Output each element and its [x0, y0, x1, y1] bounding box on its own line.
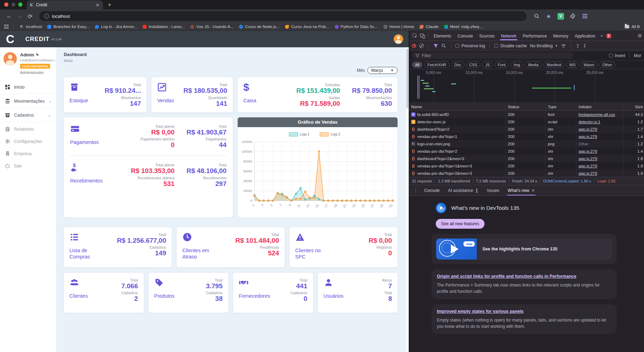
scrollbar[interactable] [406, 47, 409, 352]
more-tabs-icon[interactable]: » [599, 33, 604, 38]
edit-pencil-icon[interactable]: ✎ [36, 53, 39, 57]
initiator-link[interactable]: app.js:279 [578, 134, 597, 139]
type-filter-pill[interactable]: Media [525, 62, 542, 68]
back-button[interactable]: ← [5, 13, 13, 19]
type-filter-pill[interactable]: CSS [466, 62, 481, 68]
bookmark-item[interactable]: Vue JS - Usando A... [188, 25, 236, 29]
preserve-log-checkbox[interactable] [455, 44, 459, 48]
highlights-card[interactable]: new See the highlights from Chrome 135 [432, 234, 617, 264]
network-request-row[interactable]: vendas-por-dia?loja=2 200 xhr app.js:279… [409, 147, 644, 155]
network-request-row[interactable]: detector-exec.js 200 script detector.js:… [409, 118, 644, 125]
search-network-icon[interactable] [441, 43, 446, 48]
header-avatar[interactable] [394, 34, 403, 44]
sidebar-item-relatorios[interactable]: Relatórios [0, 123, 10, 135]
initiator-link[interactable]: app.js:279 [578, 171, 597, 175]
clear-network-log-button[interactable] [419, 43, 424, 48]
bookmark-item[interactable]: Log in - Jira Anron... [92, 25, 140, 29]
type-filter-pill[interactable]: JS [482, 62, 493, 68]
import-har-icon[interactable]: ↥ [576, 43, 579, 48]
initiator-link[interactable]: Other [578, 142, 589, 146]
bookmark-item[interactable]: Claude [417, 25, 441, 29]
site-info-icon[interactable]: i [44, 14, 49, 19]
type-filter-pill[interactable]: Manifest [543, 62, 564, 68]
devtools-tab[interactable]: Sources [476, 32, 498, 40]
tab-close-icon[interactable]: ✕ [96, 2, 100, 8]
sidebar-item-movimentacoes[interactable]: Movimentações ⌄ [0, 95, 56, 107]
initiator-link[interactable]: fontawesome-all.css [578, 112, 615, 117]
network-filter-input[interactable]: Filter [412, 52, 573, 59]
network-request-row[interactable]: dashboard?loja=2&mes=3 200 xhr app.js:27… [409, 155, 644, 162]
extensions-puzzle-icon[interactable] [570, 13, 576, 19]
type-filter-pill[interactable]: All [412, 62, 422, 68]
minimize-window-button[interactable] [11, 2, 15, 7]
feature-link[interactable]: Improved empty states for various panels [437, 309, 523, 314]
devtools-tab[interactable]: Performance [520, 32, 550, 40]
disable-cache-checkbox[interactable] [494, 44, 498, 48]
forward-button[interactable]: → [15, 13, 24, 19]
month-select[interactable]: Março ▼ [367, 67, 398, 74]
url-bar[interactable]: i localhost [39, 11, 527, 21]
bookmark-item[interactable]: Python for Data Sc... [332, 25, 381, 29]
reload-button[interactable]: ⟳ [26, 13, 34, 20]
search-icon[interactable] [534, 13, 540, 19]
sidebar-item-inicio[interactable]: Início [0, 81, 56, 93]
type-filter-pill[interactable]: Wasm [581, 62, 598, 68]
type-filter-pill[interactable]: Fetch/XHR [424, 62, 449, 68]
network-request-row[interactable]: vendas-por-dia?loja=2&mes=3 200 xhr app.… [409, 170, 644, 177]
initiator-link[interactable]: app.js:279 [578, 149, 597, 153]
sidebar-item-cadastros[interactable]: Cadastros ⌄ [0, 109, 56, 121]
error-count-badge[interactable]: 1 [606, 34, 611, 38]
menu-icon[interactable] [582, 13, 588, 19]
vue-extension-icon[interactable]: V [557, 13, 564, 20]
devtools-settings-gear-icon[interactable]: ⚙ [637, 33, 642, 39]
network-conditions-icon[interactable] [561, 44, 566, 48]
bookmark-item[interactable]: localhost [17, 25, 45, 29]
table-header-row[interactable]: Name Status Type Initiator Size [409, 103, 644, 111]
drawer-tab-ai-assistance[interactable]: AI assistance [445, 185, 482, 195]
video-thumbnail[interactable]: new [436, 239, 477, 260]
type-filter-pill[interactable]: WS [566, 62, 579, 68]
initiator-link[interactable]: app.js:279 [578, 157, 597, 161]
drawer-tab-issues[interactable]: Issues [483, 185, 503, 195]
bookmark-item[interactable]: Curso de Node.js... [236, 25, 282, 29]
sidebar-item-sair[interactable]: Sair [0, 160, 10, 172]
devtools-tab[interactable]: Memory [550, 32, 571, 40]
network-request-row[interactable]: logo-icon-mini.png 200 png Other 1.2 [409, 140, 644, 147]
bookmark-item[interactable]: Home | Home [381, 25, 417, 29]
record-network-log-button[interactable] [412, 44, 416, 48]
initiator-link[interactable]: app.js:279 [578, 127, 597, 131]
apps-grid-icon[interactable] [4, 25, 8, 29]
bookmark-item[interactable]: Meet: mdg-zfwq-... [441, 25, 486, 29]
devtools-tab[interactable]: Elements [431, 32, 454, 40]
throttling-select[interactable]: No throttling ▼ [530, 43, 558, 48]
bookmark-item[interactable]: Curso Java na Prát... [282, 25, 332, 29]
close-tab-icon[interactable]: ✕ [531, 188, 535, 193]
filter-funnel-icon[interactable] [433, 44, 438, 48]
devtools-tab[interactable]: Console [454, 32, 476, 40]
all-bookmarks-button[interactable]: All B [625, 25, 640, 29]
devtools-tab[interactable]: Network [498, 32, 520, 40]
devtools-tab[interactable]: Application [571, 32, 598, 40]
drawer-tab-console[interactable]: Console [421, 185, 443, 195]
bookmark-star-icon[interactable]: ★ [545, 13, 552, 19]
see-all-features-button[interactable]: See all new features [436, 219, 484, 229]
bookmark-item[interactable]: Installation - Larav... [140, 25, 188, 29]
initiator-link[interactable]: app.js:279 [578, 164, 597, 168]
browser-tab[interactable]: C Credit ✕ [27, 0, 103, 9]
drawer-tab-whats-new[interactable]: What's new ✕ [504, 185, 538, 195]
export-har-icon[interactable]: ↧ [583, 43, 587, 48]
network-request-row[interactable]: vendas-por-dia?loja=1 200 xhr app.js:279… [409, 133, 644, 140]
feature-link[interactable]: Origin and script links for profile and … [437, 274, 576, 279]
bookmark-item[interactable]: Branches for Easy... [45, 25, 92, 29]
type-filter-pill[interactable]: Font [495, 62, 509, 68]
more-filters-label[interactable]: Mor [634, 53, 641, 58]
invert-filter-checkbox[interactable] [609, 54, 613, 57]
maximize-window-button[interactable] [18, 2, 22, 7]
type-filter-pill[interactable]: Other [599, 62, 615, 68]
type-filter-pill[interactable]: Doc [451, 62, 465, 68]
device-toolbar-icon[interactable] [419, 33, 426, 39]
network-request-row[interactable]: fa-solid-900.woff2 200 font fontawesome-… [409, 111, 644, 118]
drawer-menu-icon[interactable]: ⋮ [412, 188, 419, 193]
inspect-element-icon[interactable] [411, 33, 418, 39]
close-window-button[interactable] [4, 2, 8, 7]
